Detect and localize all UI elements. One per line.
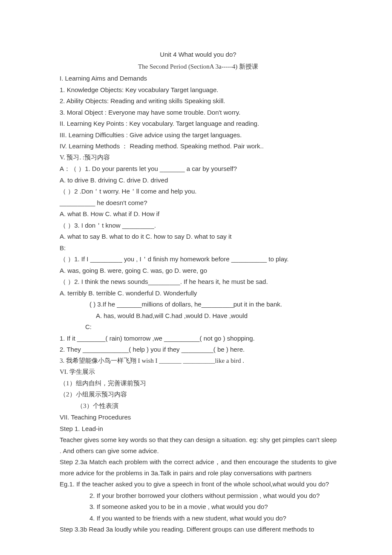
step-2: Step 2.3a Match each problem with the co…: [60, 457, 337, 478]
question-c1: 1. If it ________( rain) tomorrow ,we __…: [60, 333, 337, 344]
vi-item-1: （1）组内自纠，完善课前预习: [60, 378, 337, 389]
question-a1: A：（ ）1. Do your parents let you _______ …: [60, 163, 337, 174]
question-b3: ( ) 3.If he _______millions of dollars, …: [60, 299, 337, 310]
moral-object: 3. Moral Object : Everyone may have some…: [60, 107, 337, 118]
vi-item-3: （3）个性表演: [60, 401, 337, 412]
question-c3: 3. 我希望能像小鸟一样飞翔 I wish I _______ ________…: [60, 356, 337, 367]
question-a2: （ ）2 .Don＇t worry. He＇ll come and help y…: [60, 186, 337, 197]
step-1-body: Teacher gives some key words so that the…: [60, 434, 337, 456]
section-c-heading: C:: [60, 321, 337, 332]
step-2-eg3: 3. If someone asked you to be in a movie…: [60, 501, 337, 512]
step-2-eg2: 2. If your brother borrowed your clother…: [60, 490, 337, 501]
question-b2: （ ）2. I think the news sounds_________. …: [60, 276, 337, 287]
unit-title: Unit 4 What would you do?: [60, 49, 337, 60]
step-3: Step 3.3b Read 3a loudly while you readi…: [60, 524, 337, 535]
section-iii: III. Learning Difficulties : Give advice…: [60, 130, 337, 141]
question-a2-options: A. what B. How C. what if D. How if: [60, 208, 337, 220]
question-c2: 2. They _____________( help ) you if the…: [60, 344, 337, 355]
section-vi-heading: VI. 学生展示: [60, 367, 337, 378]
section-v-heading: V. 预习. :预习内容: [60, 152, 337, 163]
question-a2b: __________ he doesn't come?: [60, 197, 337, 208]
section-iv: IV. Learning Methods ： Reading method. S…: [60, 141, 337, 152]
question-b3-options: A. has, would B.had,will C.had ,would D.…: [60, 310, 337, 321]
step-2-eg1: Eg.1. If the teacher asked you to give a…: [60, 479, 337, 490]
section-ii: II. Learning Key Points : Key vocabulary…: [60, 118, 337, 129]
vi-item-2: （2）小组展示预习内容: [60, 389, 337, 400]
question-a3: （ ）3. I don＇t know _________.: [60, 220, 337, 231]
question-a1-options: A. to drive B. driving C. drive D. drive…: [60, 175, 337, 186]
step-1-heading: Step 1. Lead-in: [60, 423, 337, 434]
period-title: The Second Period (SectionA 3a-----4) 新授…: [60, 61, 337, 72]
section-b-heading: B:: [60, 243, 337, 254]
question-b2-options: A. terribly B. terrible C. wonderful D. …: [60, 288, 337, 299]
section-i-heading: I. Learning Aims and Demands: [60, 73, 337, 84]
section-vii-heading: VII. Teaching Procedures: [60, 412, 337, 423]
question-a3-options: A. what to say B. what to do it C. how t…: [60, 231, 337, 242]
question-b1: （ ）1. If I _________ you , I＇d finish my…: [60, 254, 337, 265]
knowledge-objects: 1. Knowledge Objects: Key vocabulary Tar…: [60, 84, 337, 95]
question-b1-options: A. was, going B. were, going C. was, go …: [60, 265, 337, 276]
ability-objects: 2. Ability Objects: Reading and writing …: [60, 95, 337, 107]
step-2-eg4: 4. If you wanted to be friends with a ne…: [60, 513, 337, 524]
